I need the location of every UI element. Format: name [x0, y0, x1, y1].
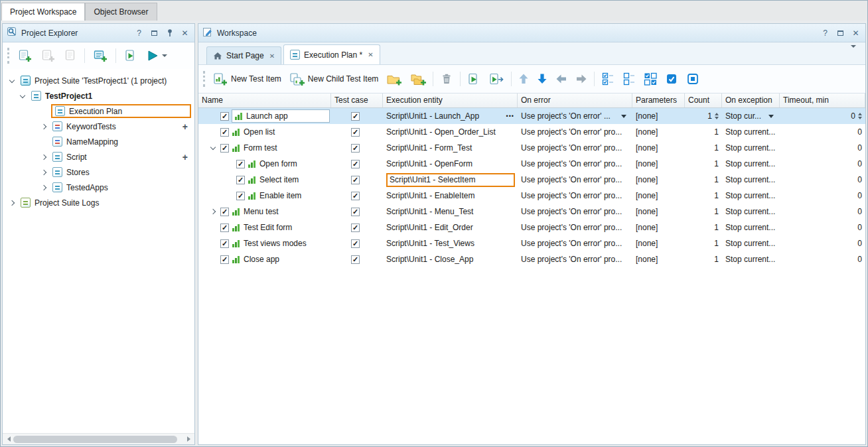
expander-closed[interactable] [7, 201, 17, 205]
test-item-row[interactable]: ✓Enable item✓Script\Unit1 - EnableItemUs… [198, 188, 865, 204]
pin-button[interactable] [164, 27, 175, 38]
maximize-button[interactable] [835, 27, 846, 38]
spinner-control[interactable] [714, 113, 719, 119]
toolbar-grip[interactable] [7, 48, 9, 64]
test-item-row[interactable]: ✓Test views modes✓Script\Unit1 - Test_Vi… [198, 235, 865, 251]
row-enabled-checkbox[interactable]: ✓ [220, 255, 229, 264]
run-project-suite-button[interactable] [144, 47, 170, 64]
test-case-checkbox[interactable]: ✓ [351, 176, 360, 184]
column-header-timeout[interactable]: Timeout, min [780, 94, 865, 107]
run-project-button[interactable] [121, 47, 140, 64]
spinner-control[interactable] [857, 113, 862, 119]
column-header-execution-entity[interactable]: Execution entity [383, 94, 518, 107]
help-button[interactable]: ? [820, 27, 831, 38]
test-case-checkbox[interactable]: ✓ [351, 224, 360, 232]
toggle-items-button[interactable] [641, 70, 660, 88]
test-case-checkbox[interactable]: ✓ [351, 112, 360, 121]
tab-execution-plan[interactable]: Execution Plan * ✕ [283, 44, 380, 64]
scrollbar-track[interactable] [13, 435, 184, 444]
chevron-right-icon[interactable] [40, 169, 46, 174]
expander-closed[interactable] [38, 155, 48, 159]
test-case-checkbox[interactable]: ✓ [351, 160, 360, 168]
tree-item-script[interactable]: Script+ [3, 149, 194, 164]
toolbar-grip[interactable] [203, 71, 205, 87]
test-item-row[interactable]: ✓Select item✓Script\Unit1 - SelectItemUs… [198, 172, 865, 188]
close-tab-icon[interactable]: ✕ [366, 51, 373, 58]
close-button[interactable]: ✕ [179, 27, 190, 38]
test-case-checkbox[interactable]: ✓ [351, 208, 360, 216]
help-button[interactable]: ? [133, 27, 145, 38]
run-from-selected-button[interactable] [486, 70, 507, 88]
test-item-row[interactable]: ✓Launch app✓Script\Unit1 - Launch_App•••… [198, 108, 865, 124]
maximize-button[interactable] [149, 27, 160, 38]
row-enabled-checkbox[interactable]: ✓ [236, 192, 245, 200]
add-new-item-button[interactable] [38, 47, 58, 64]
name-editor[interactable]: Launch app [232, 109, 330, 123]
test-item-row[interactable]: ✓Form test✓Script\Unit1 - Form_TestUse p… [198, 140, 865, 156]
tab-start-page[interactable]: Start Page ✕ [206, 46, 281, 64]
scrollbar-thumb[interactable] [13, 436, 177, 443]
new-group-button[interactable] [384, 70, 405, 88]
expander-open[interactable] [208, 147, 218, 149]
chevron-right-icon[interactable] [40, 154, 46, 159]
tree-item-stores[interactable]: Stores [3, 164, 194, 180]
column-header-count[interactable]: Count [685, 94, 722, 107]
disable-all-items-button[interactable] [620, 70, 638, 88]
move-down-button[interactable] [534, 71, 550, 87]
check-selected-button[interactable] [662, 70, 681, 88]
close-tab-icon[interactable]: ✕ [268, 52, 275, 60]
expander-closed[interactable] [38, 186, 48, 190]
uncheck-selected-button[interactable] [684, 70, 702, 88]
expander-open[interactable] [7, 80, 17, 82]
tree-item-execution-plan[interactable]: Execution Plan [3, 103, 194, 119]
tab-project-workspace[interactable]: Project Workspace [1, 3, 85, 21]
row-enabled-checkbox[interactable]: ✓ [236, 160, 245, 168]
move-right-button[interactable] [573, 72, 590, 86]
add-existing-item-button[interactable] [62, 47, 79, 64]
column-header-test-case[interactable]: Test case [331, 94, 383, 107]
expander-closed[interactable] [38, 125, 48, 129]
scroll-right-icon[interactable] [184, 435, 193, 444]
tree-add-button[interactable]: + [182, 122, 193, 131]
tree-item-namemapping[interactable]: NameMapping [3, 134, 194, 149]
scroll-left-icon[interactable] [4, 435, 13, 444]
test-item-row[interactable]: ✓Open list✓Script\Unit1 - Open_Order_Lis… [198, 124, 865, 140]
chevron-down-icon[interactable] [9, 77, 14, 82]
row-enabled-checkbox[interactable]: ✓ [220, 112, 229, 121]
tree-item-project-suite-logs[interactable]: Project Suite Logs [3, 195, 194, 210]
row-enabled-checkbox[interactable]: ✓ [236, 176, 245, 184]
chevron-down-icon[interactable] [210, 145, 215, 150]
chevron-right-icon[interactable] [40, 184, 46, 190]
test-item-row[interactable]: ✓Menu test✓Script\Unit1 - Menu_TestUse p… [198, 204, 865, 220]
tab-object-browser[interactable]: Object Browser [85, 3, 157, 21]
test-case-checkbox[interactable]: ✓ [351, 239, 360, 248]
column-header-on-exception[interactable]: On exception [722, 94, 780, 107]
expander-open[interactable] [17, 95, 27, 97]
row-enabled-checkbox[interactable]: ✓ [220, 224, 229, 232]
close-button[interactable]: ✕ [850, 27, 861, 38]
add-new-project-button[interactable] [15, 47, 35, 64]
delete-button[interactable] [437, 70, 456, 88]
expander-closed[interactable] [38, 170, 48, 174]
tree-item-testedapps[interactable]: TestedApps [3, 180, 194, 195]
dropdown-arrow-icon[interactable] [621, 115, 626, 118]
new-child-group-button[interactable] [407, 70, 429, 88]
new-child-test-item-button[interactable]: New Child Test Item [287, 70, 381, 88]
run-selected-button[interactable] [465, 70, 483, 88]
tab-list-dropdown[interactable] [847, 45, 860, 60]
chevron-right-icon[interactable] [9, 200, 14, 205]
test-case-checkbox[interactable]: ✓ [351, 128, 360, 137]
new-test-item-button[interactable]: New Test Item [210, 70, 284, 88]
move-left-button[interactable] [553, 72, 570, 86]
tree-item-keywordtests[interactable]: KeywordTests+ [3, 119, 194, 134]
organize-tests-button[interactable] [90, 47, 110, 64]
expander-closed[interactable] [208, 210, 218, 214]
chevron-down-icon[interactable] [19, 92, 25, 97]
test-case-checkbox[interactable]: ✓ [351, 144, 360, 153]
row-enabled-checkbox[interactable]: ✓ [220, 144, 229, 153]
row-enabled-checkbox[interactable]: ✓ [220, 208, 229, 216]
move-up-button[interactable] [516, 71, 532, 87]
row-enabled-checkbox[interactable]: ✓ [220, 239, 229, 248]
column-header-on-error[interactable]: On error [518, 94, 632, 107]
column-header-parameters[interactable]: Parameters [632, 94, 685, 107]
